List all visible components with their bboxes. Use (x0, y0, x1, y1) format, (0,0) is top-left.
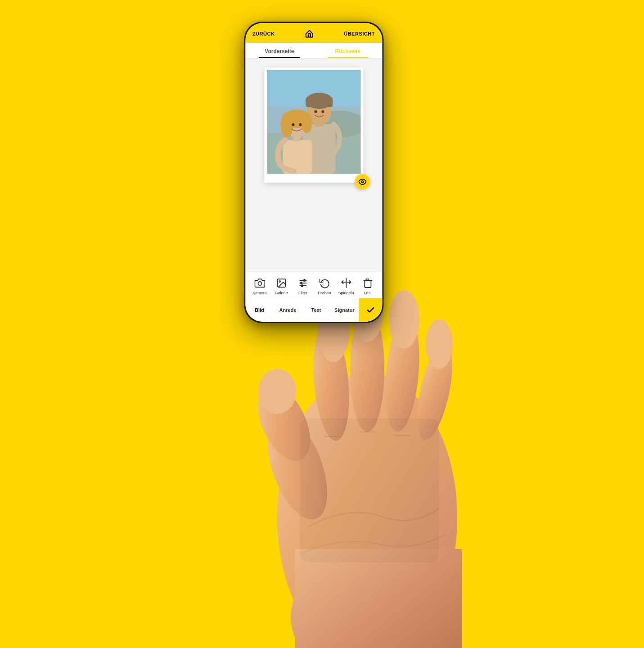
checkmark-icon (366, 306, 375, 315)
bottom-tab-anrede[interactable]: Anrede (274, 301, 302, 319)
svg-point-36 (299, 123, 302, 126)
filter-label: Filter (298, 291, 307, 295)
svg-rect-17 (300, 418, 439, 562)
bottom-tab-signatur[interactable]: Signatur (330, 301, 359, 319)
back-button[interactable]: ZURÜCK (252, 31, 275, 36)
camera-icon (253, 277, 266, 289)
svg-point-1 (291, 549, 462, 648)
delete-icon (361, 277, 374, 289)
main-content (245, 58, 382, 272)
tools-toolbar: Kamera Galerie (245, 272, 382, 298)
svg-point-0 (277, 374, 457, 648)
svg-point-4 (247, 377, 320, 469)
tool-filter[interactable]: Filter (292, 277, 314, 295)
bottom-tab-bild[interactable]: Bild (245, 301, 274, 319)
svg-rect-26 (306, 97, 333, 107)
eye-icon (358, 178, 366, 186)
svg-point-34 (301, 113, 312, 133)
svg-point-27 (314, 110, 317, 113)
svg-point-28 (321, 110, 324, 113)
overview-button[interactable]: ÜBERSICHT (344, 31, 375, 36)
tool-mirror[interactable]: Spiegeln (335, 277, 357, 295)
app-header: ZURÜCK ÜBERSICHT (245, 23, 382, 43)
svg-point-8 (350, 306, 384, 432)
svg-point-40 (279, 281, 280, 282)
bottom-tab-text[interactable]: Text (302, 301, 330, 319)
svg-rect-2 (295, 549, 462, 648)
svg-point-3 (256, 409, 339, 527)
tool-delete[interactable]: Lös. (357, 277, 378, 295)
phone-body: ZURÜCK ÜBERSICHT Vorderseite Rückseite (244, 22, 383, 323)
scene: ZURÜCK ÜBERSICHT Vorderseite Rückseite (0, 0, 644, 648)
gallery-icon (275, 277, 288, 289)
svg-point-12 (410, 340, 459, 443)
phone-device: ZURÜCK ÜBERSICHT Vorderseite Rückseite (244, 22, 383, 323)
rotate-label: Drehen (318, 291, 331, 295)
svg-point-33 (280, 112, 293, 138)
mirror-label: Spiegeln (338, 291, 354, 295)
rotate-icon (318, 277, 331, 289)
delete-label: Lös. (364, 291, 371, 295)
svg-point-37 (361, 181, 364, 183)
couple-photo (267, 70, 360, 174)
gallery-label: Galerie (275, 291, 288, 295)
photo-image (267, 70, 360, 174)
svg-point-13 (426, 320, 453, 369)
svg-point-5 (258, 369, 296, 414)
bottom-bar: Bild Anrede Text Signatur (245, 298, 382, 322)
confirm-button[interactable] (359, 298, 382, 322)
svg-point-6 (309, 323, 353, 442)
eye-preview-button[interactable] (355, 174, 370, 189)
svg-point-10 (381, 314, 423, 433)
tab-front[interactable]: Vorderseite (245, 43, 314, 58)
tool-gallery[interactable]: Galerie (270, 277, 292, 295)
svg-point-35 (292, 123, 294, 126)
photo-card (264, 68, 363, 183)
svg-point-11 (389, 290, 419, 349)
home-icon[interactable] (304, 29, 314, 38)
tab-back[interactable]: Rückseite (314, 43, 382, 58)
camera-label: Kamera (252, 291, 267, 295)
tool-rotate[interactable]: Drehen (314, 277, 335, 295)
filter-icon (297, 277, 309, 289)
tool-camera[interactable]: Kamera (249, 277, 270, 295)
svg-point-38 (258, 282, 261, 285)
mirror-icon (340, 277, 352, 289)
phone-screen: ZURÜCK ÜBERSICHT Vorderseite Rückseite (245, 23, 382, 322)
tabs-row: Vorderseite Rückseite (245, 43, 382, 58)
